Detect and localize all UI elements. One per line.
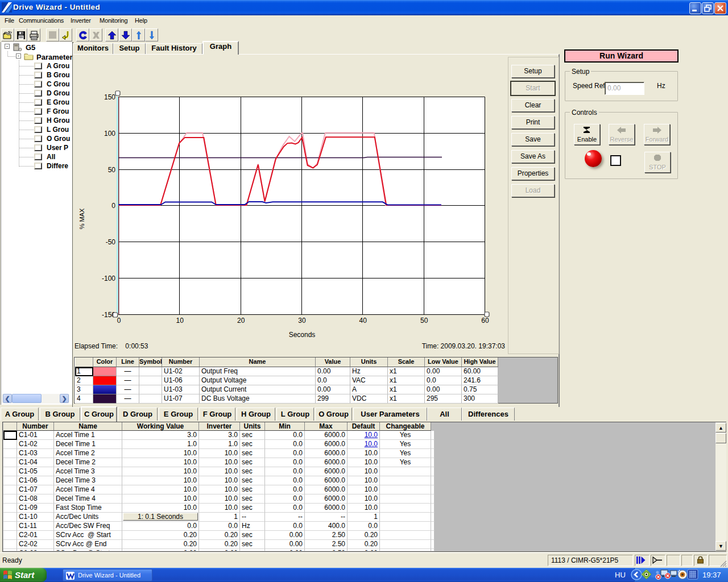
svg-text:30: 30 — [298, 317, 306, 325]
svg-text:-100: -100 — [102, 275, 115, 282]
svg-text:20: 20 — [237, 317, 245, 325]
svg-text:150: 150 — [104, 93, 115, 101]
svg-text:-50: -50 — [106, 238, 116, 246]
svg-text:10: 10 — [176, 317, 184, 325]
svg-text:50: 50 — [108, 166, 116, 174]
svg-text:Seconds: Seconds — [289, 331, 316, 339]
svg-text:0: 0 — [111, 202, 115, 210]
svg-text:100: 100 — [104, 130, 115, 138]
svg-text:60: 60 — [481, 317, 489, 325]
svg-text:Start: Start — [15, 570, 35, 580]
svg-text:50: 50 — [420, 317, 428, 325]
svg-text:% MAX: % MAX — [78, 208, 85, 229]
svg-text:40: 40 — [359, 317, 367, 325]
svg-text:0: 0 — [117, 317, 121, 325]
